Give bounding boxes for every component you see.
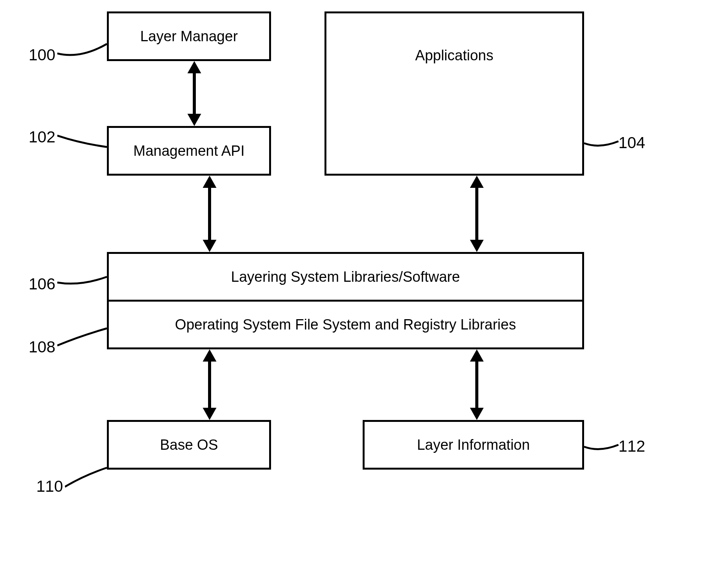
connector-112: [580, 441, 622, 456]
ref-102: 102: [29, 128, 55, 146]
ref-108: 108: [29, 338, 55, 356]
base-os-label: Base OS: [160, 437, 218, 453]
os-libraries-label: Operating System File System and Registr…: [175, 317, 516, 333]
applications-box: Applications: [324, 11, 584, 176]
layering-libraries-label: Layering System Libraries/Software: [231, 269, 460, 285]
connector-108: [57, 325, 111, 355]
connector-106: [57, 271, 111, 294]
layer-information-label: Layer Information: [417, 437, 530, 453]
base-os-box: Base OS: [107, 420, 271, 470]
connector-110: [65, 464, 111, 494]
applications-label: Applications: [415, 47, 494, 64]
connector-100: [57, 38, 111, 61]
management-api-label: Management API: [133, 143, 245, 159]
ref-104: 104: [618, 134, 645, 152]
layer-manager-box: Layer Manager: [107, 11, 271, 61]
ref-100: 100: [29, 46, 55, 64]
os-libraries-box: Operating System File System and Registr…: [107, 300, 584, 349]
layer-information-box: Layer Information: [363, 420, 584, 470]
ref-112: 112: [618, 437, 645, 455]
layering-libraries-box: Layering System Libraries/Software: [107, 252, 584, 302]
connector-102: [57, 132, 111, 155]
layer-manager-label: Layer Manager: [140, 28, 238, 45]
ref-110: 110: [36, 477, 63, 496]
connector-104: [580, 137, 622, 153]
management-api-box: Management API: [107, 126, 271, 176]
ref-106: 106: [29, 275, 55, 293]
